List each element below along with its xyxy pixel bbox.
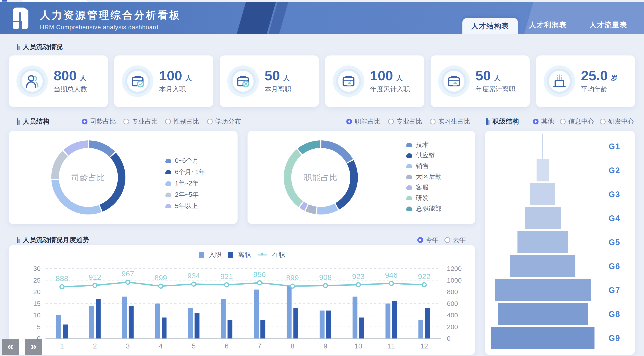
trend-legend: 入职 离职 在职 bbox=[9, 250, 475, 259]
x-axis-label: 4 bbox=[159, 342, 163, 350]
radio-last-year[interactable]: 去年 bbox=[444, 236, 466, 244]
kpi-label: 年度累计离职 bbox=[476, 85, 516, 94]
pyramid-label-G2: G2 bbox=[609, 166, 629, 175]
pyramid-label-G5: G5 bbox=[609, 238, 629, 247]
headcount-value-label: 899 bbox=[286, 274, 299, 282]
tab-talent-flow[interactable]: 人才流量表 bbox=[590, 20, 627, 30]
headcount-legend-label: 在职 bbox=[272, 250, 285, 259]
pyramid-bar-G9 bbox=[491, 327, 594, 349]
pyramid-bar-G3 bbox=[530, 183, 555, 205]
bar-hires-month-7 bbox=[254, 290, 258, 339]
tab-talent-profit[interactable]: 人才利润表 bbox=[529, 20, 567, 30]
legend-item: 销售 bbox=[406, 163, 442, 169]
legend-marker-icon bbox=[166, 193, 172, 197]
kpi-row: 800人 当期总人数 100人 本月入职 bbox=[9, 55, 635, 107]
radio-other[interactable]: 其他 bbox=[533, 117, 554, 126]
legend-marker-icon bbox=[166, 170, 172, 174]
bar-hires-month-9 bbox=[320, 311, 324, 339]
grade-pyramid-panel: G1G2G3G4G5G6G7G8G9 bbox=[485, 131, 635, 355]
radio-major-ratio[interactable]: 专业占比 bbox=[124, 117, 158, 126]
page-subtitle: HRM Comprehensive analysis dashboard bbox=[40, 24, 181, 31]
radio-education-dist[interactable]: 学历分布 bbox=[207, 117, 241, 126]
radio-this-year[interactable]: 今年 bbox=[417, 236, 439, 244]
trend-radio-group: 今年 去年 bbox=[417, 236, 466, 244]
legend-marker-icon bbox=[406, 207, 412, 211]
section-trend-title: 人员流动情况月度趋势 bbox=[23, 236, 90, 244]
right-axis-tick: 200 bbox=[447, 323, 458, 331]
pyramid-row-G6 bbox=[485, 254, 600, 278]
headcount-line bbox=[62, 282, 424, 287]
legend-marker-icon bbox=[406, 196, 412, 200]
legend-marker-icon bbox=[406, 175, 412, 179]
radio-intern-ratio[interactable]: 实习生占比 bbox=[430, 117, 470, 126]
x-axis-label: 11 bbox=[388, 342, 395, 350]
bar-departures-month-9 bbox=[326, 311, 331, 339]
browser-favicon bbox=[2, 0, 7, 1]
left-axis-tick: 15 bbox=[33, 300, 40, 307]
bar-departures-month-7 bbox=[260, 320, 265, 339]
radio-function-ratio[interactable]: 职能占比 bbox=[346, 117, 380, 126]
x-axis-label: 1 bbox=[60, 342, 64, 350]
radio-tenure-ratio[interactable]: 司龄占比 bbox=[82, 117, 116, 126]
kpi-value: 25.0岁 bbox=[581, 69, 618, 82]
pyramid-bar-G4 bbox=[525, 207, 561, 229]
radio-rd-center[interactable]: 研发中心 bbox=[600, 117, 634, 126]
bar-departures-month-5 bbox=[195, 313, 200, 339]
kpi-card-total-headcount: 800人 当期总人数 bbox=[9, 55, 108, 107]
legend-marker-icon bbox=[406, 153, 412, 158]
pyramid-bar-G1 bbox=[542, 133, 543, 159]
section-flow-header: 人员流动情况 bbox=[17, 42, 63, 51]
pyramid-row-G4 bbox=[485, 206, 600, 230]
departures-legend-swatch bbox=[228, 252, 233, 258]
pyramid-row-G2 bbox=[485, 158, 600, 182]
kpi-value: 50人 bbox=[264, 69, 291, 82]
right-axis-tick: 1000 bbox=[447, 277, 462, 284]
radio-info-center[interactable]: 信息中心 bbox=[560, 117, 594, 126]
headcount-value-label: 922 bbox=[418, 272, 430, 281]
x-axis-label: 9 bbox=[324, 342, 327, 350]
headcount-point bbox=[192, 282, 196, 286]
headcount-point bbox=[60, 285, 64, 289]
page-prev-button[interactable]: « bbox=[2, 339, 19, 355]
tenure-legend: 0~6个月 6个月~1年 1年~2年 2年~5年 5年以上 bbox=[166, 157, 205, 209]
x-axis-label: 12 bbox=[420, 342, 428, 350]
headcount-value-label: 899 bbox=[154, 274, 167, 282]
hires-legend-label: 入职 bbox=[209, 250, 222, 259]
structure-radio-group: 司龄占比 专业占比 性别占比 学历分布 bbox=[82, 117, 241, 126]
pyramid-label-G6: G6 bbox=[609, 262, 629, 271]
kpi-label: 当期总人数 bbox=[54, 85, 87, 94]
pyramid-label-G8: G8 bbox=[609, 310, 629, 319]
x-axis-label: 10 bbox=[354, 342, 362, 350]
legend-item: 5年以上 bbox=[166, 203, 205, 209]
tenure-donut-chart: 司龄占比 bbox=[48, 137, 128, 217]
radio-major-ratio-2[interactable]: 专业占比 bbox=[388, 117, 422, 126]
headcount-point bbox=[290, 284, 294, 288]
headcount-value-label: 946 bbox=[385, 271, 398, 279]
pyramid-bar-G6 bbox=[510, 255, 576, 277]
right-axis-tick: 800 bbox=[447, 288, 458, 296]
bar-hires-month-6 bbox=[221, 299, 226, 339]
app-header: 人力资源管理综合分析看板 HRM Comprehensive analysis … bbox=[0, 2, 644, 34]
grade-pyramid-labels: G1G2G3G4G5G6G7G8G9 bbox=[609, 134, 629, 352]
bar-hires-month-10 bbox=[352, 297, 358, 339]
kpi-label: 平均年龄 bbox=[581, 85, 618, 94]
grade-pyramid-chart bbox=[485, 134, 600, 352]
app-logo bbox=[13, 7, 34, 29]
bar-hires-month-11 bbox=[386, 304, 390, 339]
pyramid-label-G4: G4 bbox=[609, 214, 629, 223]
section-flow-title: 人员流动情况 bbox=[23, 42, 63, 51]
kpi-value: 100人 bbox=[159, 69, 192, 82]
hires-legend-swatch bbox=[199, 252, 204, 258]
headcount-value-label: 921 bbox=[220, 272, 233, 281]
tab-talent-structure[interactable]: 人才结构表 bbox=[462, 18, 518, 34]
browser-tab bbox=[21, 0, 88, 2]
legend-item: 1年~2年 bbox=[166, 180, 205, 187]
page-next-button[interactable]: » bbox=[25, 339, 42, 355]
pyramid-label-G9: G9 bbox=[609, 334, 629, 343]
kpi-value: 50人 bbox=[476, 69, 516, 82]
bar-departures-month-8 bbox=[294, 308, 298, 339]
radio-gender-ratio[interactable]: 性别占比 bbox=[165, 117, 199, 126]
headcount-value-label: 923 bbox=[352, 272, 365, 281]
bar-departures-month-6 bbox=[228, 320, 232, 339]
left-axis-tick: 30 bbox=[33, 265, 40, 272]
